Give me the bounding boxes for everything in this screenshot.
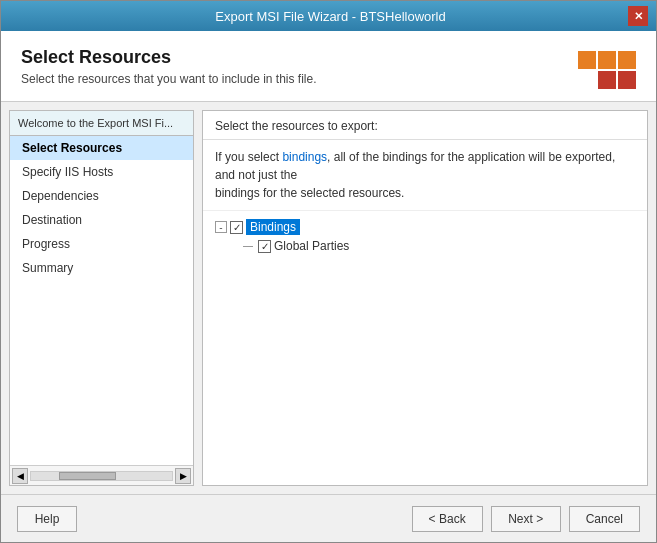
info-highlight: bindings	[282, 150, 327, 164]
bindings-checkbox[interactable]	[230, 221, 243, 234]
bindings-label[interactable]: Bindings	[246, 219, 300, 235]
help-button[interactable]: Help	[17, 506, 77, 532]
tree-line	[243, 246, 253, 247]
window-title: Export MSI File Wizard - BTSHelloworld	[33, 9, 628, 24]
close-button[interactable]: ✕	[628, 6, 648, 26]
back-button[interactable]: < Back	[412, 506, 483, 532]
scroll-left-btn[interactable]: ◀	[12, 468, 28, 484]
nav-item-destination[interactable]: Destination	[10, 208, 193, 232]
global-parties-label: Global Parties	[274, 239, 349, 253]
scroll-right-btn[interactable]: ▶	[175, 468, 191, 484]
right-panel-header: Select the resources to export:	[203, 111, 647, 140]
nav-item-dependencies[interactable]: Dependencies	[10, 184, 193, 208]
right-panel-header-text: Select the resources to export:	[215, 119, 378, 133]
tree-child-node: Global Parties	[243, 239, 635, 253]
tree-root-node: - Bindings	[215, 219, 635, 235]
title-bar: Export MSI File Wizard - BTSHelloworld ✕	[1, 1, 656, 31]
right-panel: Select the resources to export: If you s…	[202, 110, 648, 486]
scroll-thumb	[59, 472, 115, 480]
cancel-button[interactable]: Cancel	[569, 506, 640, 532]
info-text-3: bindings for the selected resources.	[215, 186, 404, 200]
footer-right: < Back Next > Cancel	[412, 506, 640, 532]
global-parties-checkbox[interactable]	[258, 240, 271, 253]
content-area: Select Resources Select the resources th…	[1, 31, 656, 542]
header-text: Select Resources Select the resources th…	[21, 47, 317, 86]
right-panel-info: If you select bindings, all of the bindi…	[203, 140, 647, 211]
scroll-track[interactable]	[30, 471, 173, 481]
page-title: Select Resources	[21, 47, 317, 68]
info-text-1: If you select	[215, 150, 282, 164]
logo-cell-1	[578, 51, 596, 69]
header-section: Select Resources Select the resources th…	[1, 31, 656, 102]
window: Export MSI File Wizard - BTSHelloworld ✕…	[0, 0, 657, 543]
logo	[578, 51, 636, 89]
left-panel-header: Welcome to the Export MSI Fi...	[10, 111, 193, 136]
title-bar-controls: ✕	[628, 6, 648, 26]
left-panel: Welcome to the Export MSI Fi... Select R…	[9, 110, 194, 486]
page-subtitle: Select the resources that you want to in…	[21, 72, 317, 86]
left-scrollbar[interactable]: ◀ ▶	[10, 465, 193, 485]
main-content: Welcome to the Export MSI Fi... Select R…	[1, 102, 656, 494]
footer-left: Help	[17, 506, 77, 532]
nav-item-summary[interactable]: Summary	[10, 256, 193, 280]
left-panel-scroll[interactable]: Select Resources Specify IIS Hosts Depen…	[10, 136, 193, 465]
logo-cell-4	[578, 71, 596, 89]
tree-expand-btn[interactable]: -	[215, 221, 227, 233]
logo-cell-6	[618, 71, 636, 89]
logo-cell-5	[598, 71, 616, 89]
logo-cell-2	[598, 51, 616, 69]
nav-item-specify-iis-hosts[interactable]: Specify IIS Hosts	[10, 160, 193, 184]
footer: Help < Back Next > Cancel	[1, 494, 656, 542]
tree-area: - Bindings Global Parties	[203, 211, 647, 485]
next-button[interactable]: Next >	[491, 506, 561, 532]
nav-item-select-resources[interactable]: Select Resources	[10, 136, 193, 160]
nav-item-progress[interactable]: Progress	[10, 232, 193, 256]
logo-cell-3	[618, 51, 636, 69]
